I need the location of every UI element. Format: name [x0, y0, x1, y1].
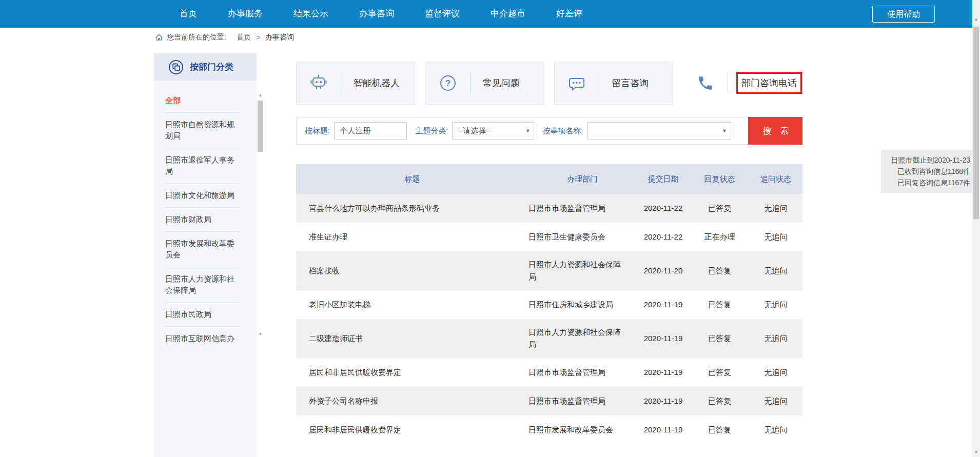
nav-item[interactable]: 首页 [164, 0, 212, 28]
sidebar-item[interactable]: 全部 [165, 89, 240, 113]
row-title[interactable]: 莒县什么地方可以办理商品条形码业务 [296, 195, 528, 222]
tab-label: 智能机器人 [354, 77, 400, 89]
search-button[interactable]: 搜 索 [748, 117, 802, 145]
row-reply-status: 已答复 [690, 325, 749, 352]
category-select[interactable]: --请选择-- ▼ [452, 122, 534, 140]
sidebar-item[interactable]: 日照市互联网信息办 [165, 327, 240, 350]
row-department: 日照市住房和城乡建设局 [528, 291, 636, 318]
row-date: 2020-11-20 [636, 257, 690, 284]
row-department: 日照市卫生健康委员会 [528, 224, 636, 250]
sidebar-header: 按部门分类 [154, 53, 257, 81]
table-row[interactable]: 外资子公司名称申报 日照市市场监督管理局 2020-11-19 已答复 无追问 [296, 387, 802, 415]
chevron-down-icon: ▼ [525, 123, 530, 139]
row-title[interactable]: 档案接收 [296, 257, 528, 284]
page: 首页 办事服务 结果公示 办事咨询 监督评议 中介超市 好差评 使用帮助 [0, 0, 980, 457]
sidebar-title: 按部门分类 [190, 61, 233, 73]
row-date: 2020-11-22 [636, 224, 690, 250]
breadcrumb-home-link[interactable]: 首页 [237, 33, 251, 42]
row-title[interactable]: 居民和非居民供暖收费界定 [296, 359, 528, 386]
row-date: 2020-11-19 [636, 291, 690, 318]
row-department: 日照市人力资源和社会保障局 [528, 251, 636, 290]
category-icon [168, 59, 184, 75]
sidebar-scrollbar: ▲ ▼ [257, 92, 264, 337]
help-button[interactable]: 使用帮助 [872, 6, 935, 23]
row-followup-status: 无追问 [749, 195, 802, 222]
consultation-table: 标题 办理部门 提交日期 回复状态 追问状态 莒县什么地方可以办理商品条形码业务… [296, 164, 802, 444]
row-title[interactable]: 外资子公司名称申报 [296, 388, 528, 414]
sidebar-item[interactable]: 日照市自然资源和规划局 [165, 113, 240, 148]
nav-item[interactable]: 结果公示 [278, 0, 344, 28]
robot-icon [297, 74, 341, 92]
row-department: 日照市市场监督管理局 [528, 195, 636, 222]
divider [470, 73, 471, 93]
table-body: 莒县什么地方可以办理商品条形码业务 日照市市场监督管理局 2020-11-22 … [296, 194, 802, 444]
row-title[interactable]: 准生证办理 [296, 224, 528, 250]
category-select-value: --请选择-- [458, 126, 491, 135]
row-date: 2020-11-22 [636, 195, 690, 222]
sidebar-scrollbar-thumb[interactable] [258, 101, 263, 152]
table-row[interactable]: 莒县什么地方可以办理商品条形码业务 日照市市场监督管理局 2020-11-22 … [296, 194, 802, 223]
category-label: 主题分类: [415, 126, 448, 136]
row-department: 日照市市场监督管理局 [528, 359, 636, 386]
table-row[interactable]: 准生证办理 日照市卫生健康委员会 2020-11-22 正在办理 无追问 [296, 223, 802, 251]
tab-message-consult[interactable]: 留言咨询 [554, 62, 673, 105]
table-row[interactable]: 二级建造师证书 日照市人力资源和社会保障局 2020-11-19 已答复 无追问 [296, 319, 802, 358]
page-scrollbar-thumb[interactable] [973, 27, 979, 219]
item-name-select[interactable]: ▼ [587, 122, 731, 140]
tab-smart-robot[interactable]: 智能机器人 [296, 62, 415, 105]
sidebar-item[interactable]: 日照市财政局 [165, 208, 240, 232]
nav-item[interactable]: 监督评议 [409, 0, 475, 28]
nav-item[interactable]: 中介超市 [475, 0, 541, 28]
sidebar-item[interactable]: 日照市民政局 [165, 303, 240, 327]
stats-line-2: 已收到咨询信息1168件 [884, 166, 970, 177]
title-search-input[interactable] [334, 122, 407, 140]
svg-text:?: ? [445, 78, 450, 88]
row-department: 日照市人力资源和社会保障局 [528, 319, 636, 358]
header-followup-status: 追问状态 [749, 173, 802, 185]
breadcrumb-separator: > [256, 33, 260, 42]
tab-label: 常见问题 [483, 77, 520, 89]
scroll-down-arrow-icon[interactable]: ▼ [257, 331, 264, 337]
row-title[interactable]: 二级建造师证书 [296, 325, 528, 352]
table-row[interactable]: 居民和非居民供暖收费界定 日照市发展和改革委员会 2020-11-19 已答复 … [296, 415, 802, 444]
scroll-up-arrow-icon[interactable]: ▲ [972, 15, 980, 23]
row-followup-status: 无追问 [749, 359, 802, 386]
tab-faq[interactable]: ? 常见问题 [425, 62, 544, 105]
table-row[interactable]: 档案接收 日照市人力资源和社会保障局 2020-11-20 已答复 无追问 [296, 251, 802, 290]
consult-stats-panel: 日照市截止到2020-11-23 已收到咨询信息1168件 已回复咨询信息116… [881, 150, 974, 193]
row-followup-status: 无追问 [749, 224, 802, 250]
row-reply-status: 已答复 [690, 359, 749, 386]
sidebar-item[interactable]: 日照市退役军人事务局 [165, 148, 240, 184]
divider [728, 73, 728, 93]
row-followup-status: 无追问 [749, 416, 802, 443]
question-icon: ? [426, 74, 470, 92]
nav-item[interactable]: 好差评 [541, 0, 598, 28]
sidebar-item[interactable]: 日照市人力资源和社会保障局 [165, 267, 240, 303]
row-title[interactable]: 老旧小区加装电梯 [296, 291, 528, 318]
row-title[interactable]: 居民和非居民供暖收费界定 [296, 416, 528, 443]
tab-label: 留言咨询 [612, 77, 649, 89]
title-search-label: 按标题: [305, 126, 330, 136]
stats-line-3: 已回复咨询信息1167件 [884, 177, 970, 188]
row-date: 2020-11-19 [636, 359, 690, 386]
tab-department-phone[interactable]: 部门咨询电话 [683, 62, 802, 105]
divider [599, 73, 599, 93]
page-scrollbar: ▲ ▼ [972, 0, 980, 457]
row-reply-status: 已答复 [690, 388, 749, 414]
sidebar-item[interactable]: 日照市发展和改革委员会 [165, 232, 240, 267]
department-list: 全部 日照市自然资源和规划局 日照市退役军人事务局 日照市文化和旅游局 日照市财… [154, 81, 257, 350]
row-date: 2020-11-19 [636, 325, 690, 352]
phone-icon [684, 74, 728, 92]
table-row[interactable]: 居民和非居民供暖收费界定 日照市市场监督管理局 2020-11-19 已答复 无… [296, 358, 802, 387]
row-reply-status: 正在办理 [690, 224, 749, 250]
table-row[interactable]: 老旧小区加装电梯 日照市住房和城乡建设局 2020-11-19 已答复 无追问 [296, 290, 802, 319]
scroll-up-arrow-icon[interactable]: ▲ [257, 92, 264, 98]
sidebar-item[interactable]: 日照市文化和旅游局 [165, 184, 240, 208]
nav-item[interactable]: 办事咨询 [344, 0, 409, 28]
nav-item[interactable]: 办事服务 [212, 0, 278, 28]
scroll-down-arrow-icon[interactable]: ▼ [972, 448, 980, 456]
header-reply-status: 回复状态 [690, 173, 749, 185]
stats-line-1: 日照市截止到2020-11-23 [884, 154, 970, 166]
row-reply-status: 已答复 [690, 195, 749, 222]
breadcrumb-current: 办事咨询 [265, 33, 294, 42]
